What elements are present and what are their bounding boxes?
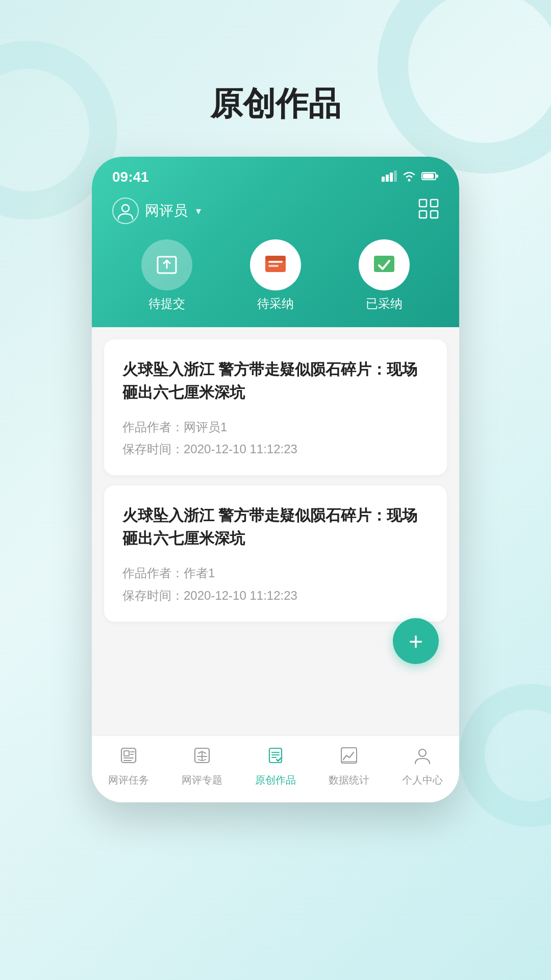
tab-adopted[interactable]: 已采纳	[359, 239, 410, 312]
bottom-nav-tasks[interactable]: 网评任务	[98, 746, 159, 787]
tab-adopted-label: 已采纳	[366, 296, 403, 312]
card-2-title: 火球坠入浙江 警方带走疑似陨石碎片：现场砸出六七厘米深坑	[122, 504, 429, 550]
card-1-time-label: 保存时间：	[122, 442, 184, 456]
bottom-nav-stats[interactable]: 数据统计	[318, 746, 380, 787]
nav-left[interactable]: 网评员 ▾	[112, 198, 201, 224]
tab-pending-submit[interactable]: 待提交	[141, 239, 192, 312]
profile-icon	[413, 746, 432, 769]
svg-point-8	[122, 205, 129, 212]
works-icon	[266, 746, 285, 769]
tab-adopted-icon-wrap	[359, 239, 410, 290]
stats-icon	[340, 746, 358, 769]
svg-rect-16	[268, 261, 283, 263]
card-1-time-value: 2020-12-10 11:12:23	[184, 442, 297, 456]
card-2-author: 作品作者：作者1	[122, 562, 429, 584]
card-2[interactable]: 火球坠入浙江 警方带走疑似陨石碎片：现场砸出六七厘米深坑 作品作者：作者1 保存…	[104, 485, 447, 621]
svg-rect-12	[431, 211, 438, 218]
card-2-author-value: 作者1	[184, 566, 215, 580]
bottom-nav-works-label: 原创作品	[255, 773, 296, 787]
svg-rect-11	[419, 211, 427, 218]
expand-icon[interactable]	[418, 199, 439, 224]
bottom-nav-topics[interactable]: 网评专题	[171, 746, 233, 787]
svg-rect-17	[268, 265, 279, 267]
svg-point-4	[408, 179, 411, 182]
svg-rect-3	[394, 170, 397, 182]
tab-pending-adopt-label: 待采纳	[257, 296, 294, 312]
svg-rect-6	[423, 174, 434, 179]
topics-icon	[193, 746, 211, 769]
bottom-nav-works[interactable]: 原创作品	[245, 746, 306, 787]
svg-rect-33	[341, 748, 357, 763]
card-1-author-value: 网评员1	[184, 420, 227, 434]
card-1-title: 火球坠入浙江 警方带走疑似陨石碎片：现场砸出六七厘米深坑	[122, 358, 429, 404]
card-1[interactable]: 火球坠入浙江 警方带走疑似陨石碎片：现场砸出六七厘米深坑 作品作者：网评员1 保…	[104, 339, 447, 475]
tab-pending-submit-icon-wrap	[141, 239, 192, 290]
nav-chevron-icon: ▾	[196, 205, 201, 217]
nav-username: 网评员	[145, 201, 188, 220]
tab-pending-adopt-icon-wrap	[250, 239, 301, 290]
nav-bar: 网评员 ▾	[92, 189, 459, 234]
signal-icon	[382, 170, 397, 184]
svg-rect-18	[265, 256, 286, 261]
bottom-nav-stats-label: 数据统计	[329, 773, 369, 787]
svg-rect-19	[374, 256, 394, 272]
card-2-time-label: 保存时间：	[122, 589, 184, 602]
bottom-nav-tasks-label: 网评任务	[108, 773, 149, 787]
phone-header: 09:41	[92, 157, 459, 327]
svg-rect-2	[390, 173, 393, 182]
card-1-author: 作品作者：网评员1	[122, 416, 429, 438]
card-2-author-label: 作品作者：	[122, 566, 184, 580]
svg-rect-10	[431, 200, 438, 207]
add-fab-button[interactable]: +	[393, 618, 439, 664]
phone-frame: 09:41	[92, 157, 459, 802]
svg-rect-0	[382, 177, 385, 182]
page-title: 原创作品	[0, 0, 551, 157]
card-2-time-value: 2020-12-10 11:12:23	[184, 589, 297, 602]
card-1-time: 保存时间：2020-12-10 11:12:23	[122, 438, 429, 460]
status-icons	[382, 170, 439, 184]
status-bar: 09:41	[92, 157, 459, 189]
bottom-nav-profile-label: 个人中心	[402, 773, 443, 787]
status-time: 09:41	[112, 169, 149, 185]
tabs-row: 待提交 待采纳	[92, 234, 459, 312]
bg-circle-bottom-right	[459, 684, 551, 827]
svg-rect-1	[386, 175, 389, 182]
user-avatar-icon	[112, 198, 139, 224]
svg-rect-9	[419, 200, 427, 207]
tab-pending-submit-label: 待提交	[148, 296, 185, 312]
content-area: 火球坠入浙江 警方带走疑似陨石碎片：现场砸出六七厘米深坑 作品作者：网评员1 保…	[92, 327, 459, 736]
svg-rect-21	[124, 751, 129, 756]
bottom-nav-topics-label: 网评专题	[182, 773, 222, 787]
svg-rect-7	[436, 175, 438, 178]
tab-pending-adopt[interactable]: 待采纳	[250, 239, 301, 312]
bottom-nav: 网评任务 网评专题	[92, 736, 459, 802]
battery-icon	[421, 172, 439, 183]
card-2-time: 保存时间：2020-12-10 11:12:23	[122, 584, 429, 606]
bottom-nav-profile[interactable]: 个人中心	[392, 746, 453, 787]
card-1-author-label: 作品作者：	[122, 420, 184, 434]
wifi-icon	[402, 170, 416, 184]
svg-point-35	[419, 749, 426, 756]
tasks-icon	[119, 746, 138, 769]
